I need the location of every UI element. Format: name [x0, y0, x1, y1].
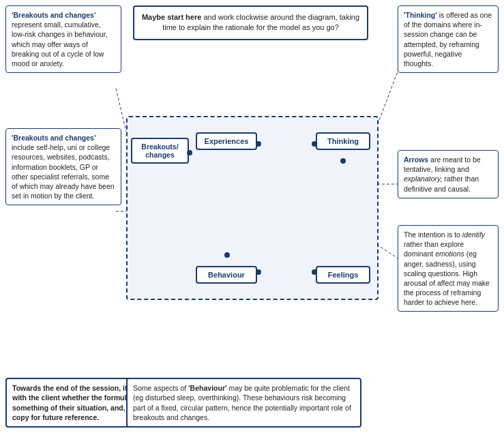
maybe-start-label: Maybe start here and work clockwise arou… [142, 13, 359, 31]
dot-behaviour-right [256, 269, 261, 275]
emotions-body: The intention is to identify rather than… [404, 230, 490, 306]
node-thinking: Thinking [316, 132, 370, 150]
thinking-body: is offered as one of the domains where i… [404, 11, 492, 68]
arrows-title: Arrows [404, 155, 428, 164]
annotation-top-left-1: 'Breakouts and changes' represent small,… [5, 5, 121, 73]
node-experiences: Experiences [196, 132, 257, 150]
annotation-top-left-2: 'Breakouts and changes' include self-hel… [5, 128, 121, 205]
node-behaviour: Behaviour [196, 266, 257, 284]
diagram-container: 'Breakouts and changes' represent small,… [0, 0, 504, 433]
annotation-mid-right-arrows: Arrows are meant to be tentative, linkin… [398, 150, 499, 198]
annotation-top-center: Maybe start here and work clockwise arou… [133, 5, 368, 40]
breakouts-body-2: include self-help, uni or college resour… [12, 143, 115, 200]
dot-experiences-right [256, 141, 261, 147]
dot-thinking-bottom [340, 158, 346, 164]
dot-thinking-left [312, 141, 317, 147]
annotation-mid-right-emotions: The intention is to identify rather than… [398, 225, 499, 312]
svg-line-6 [379, 245, 399, 259]
annotation-top-right: 'Thinking' is offered as one of the doma… [398, 5, 499, 73]
dot-behaviour-top [224, 252, 230, 258]
node-breakouts: Breakouts/ changes [131, 138, 189, 164]
dot-breakouts [187, 150, 192, 155]
breakouts-title-2: 'Breakouts and changes' [12, 134, 95, 142]
dot-feelings-left [312, 269, 317, 275]
thinking-title: 'Thinking' [404, 11, 437, 19]
annotation-title-1: 'Breakouts and changes' [12, 11, 95, 19]
annotation-body-1: represent small, cumulative, low-risk ch… [12, 20, 108, 68]
node-feelings: Feelings [316, 266, 370, 284]
center-diagram: Breakouts/ changes Experiences Thinking … [126, 116, 379, 300]
bottom-center-text: Some aspects of 'Behaviour' may be quite… [133, 384, 351, 421]
annotation-bottom-center: Some aspects of 'Behaviour' may be quite… [126, 378, 361, 428]
